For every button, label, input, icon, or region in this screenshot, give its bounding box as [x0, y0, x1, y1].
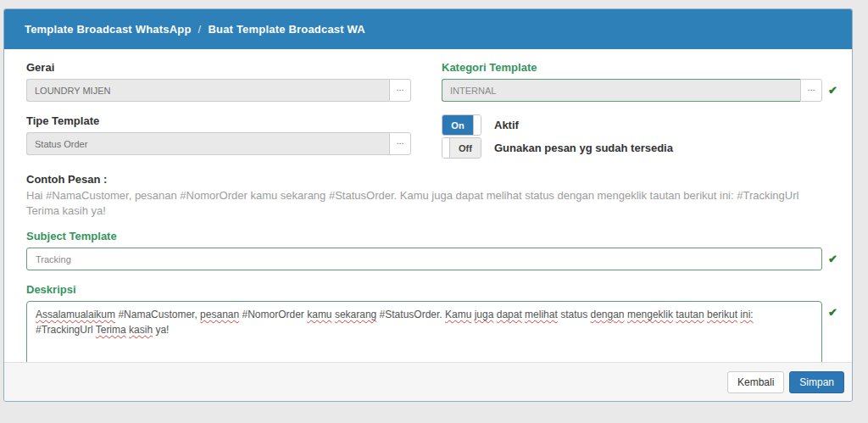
simpan-button[interactable]: Simpan — [789, 371, 844, 393]
kategori-template-label: Kategori Template — [442, 61, 843, 74]
toggle-on-segment: On — [442, 115, 473, 135]
form-body: Gerai ... Kategori Template ... ✔ — [4, 49, 852, 362]
toggle-off-segment: Off — [450, 138, 481, 158]
gunakan-pesan-toggle[interactable]: Off — [442, 137, 481, 159]
kategori-input-group: ... — [442, 79, 822, 102]
tipe-template-input — [26, 132, 389, 155]
aktif-toggle[interactable]: On — [442, 114, 481, 136]
kembali-button[interactable]: Kembali — [727, 371, 784, 393]
gerai-lookup-button[interactable]: ... — [389, 79, 411, 102]
subject-valid-check-icon: ✔ — [828, 248, 843, 270]
tipe-template-label: Tipe Template — [26, 114, 411, 127]
gerai-label: Gerai — [26, 61, 411, 74]
breadcrumb: Template Broadcast WhatsApp / Buat Templ… — [4, 9, 852, 49]
kategori-input — [442, 79, 800, 102]
tipe-lookup-button[interactable]: ... — [389, 132, 411, 155]
toggle-handle — [442, 138, 450, 158]
deskripsi-label: Deskripsi — [26, 283, 843, 296]
contoh-pesan-label: Contoh Pesan : — [26, 173, 843, 186]
gerai-input-group: ... — [26, 79, 411, 102]
breadcrumb-parent-link[interactable]: Template Broadcast WhatsApp — [25, 23, 192, 36]
subject-template-input[interactable] — [26, 248, 822, 270]
subject-template-label: Subject Template — [26, 230, 843, 242]
create-template-card: Template Broadcast WhatsApp / Buat Templ… — [3, 8, 853, 402]
kategori-valid-check-icon: ✔ — [828, 79, 843, 102]
breadcrumb-current: Buat Template Broadcast WA — [208, 23, 365, 36]
deskripsi-valid-check-icon: ✔ — [828, 304, 843, 321]
deskripsi-textarea[interactable]: Assalamualaikum #NamaCustomer, pesanan #… — [26, 301, 822, 362]
gunakan-pesan-toggle-caption: Gunakan pesan yg sudah tersedia — [494, 142, 673, 154]
tipe-input-group: ... — [26, 132, 411, 155]
gerai-input — [26, 79, 389, 102]
kategori-lookup-button[interactable]: ... — [800, 79, 822, 102]
aktif-toggle-caption: Aktif — [494, 119, 519, 131]
breadcrumb-separator: / — [198, 23, 202, 36]
contoh-pesan-text: Hai #NamaCustomer, pesanan #NomorOrder k… — [26, 188, 843, 218]
toggle-handle — [473, 115, 481, 135]
form-footer: Kembali Simpan — [4, 362, 852, 401]
